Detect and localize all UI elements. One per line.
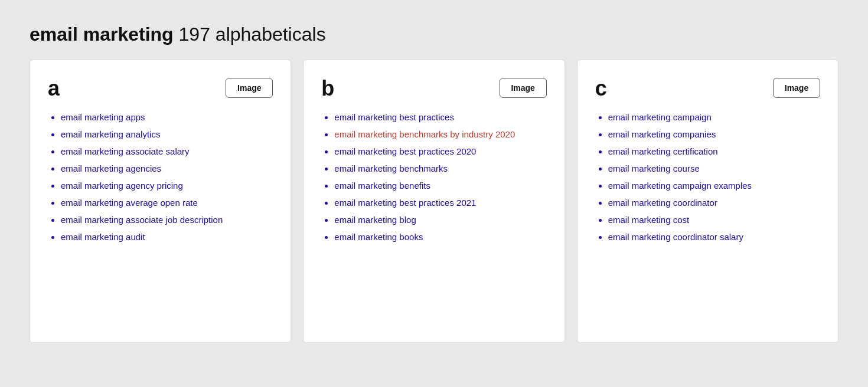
list-item-link[interactable]: email marketing cost: [608, 215, 690, 225]
card-a-header: a Image: [48, 78, 273, 99]
card-a-list: email marketing apps email marketing ana…: [48, 111, 273, 243]
list-item-link[interactable]: email marketing coordinator: [608, 198, 717, 208]
card-b-image-button[interactable]: Image: [500, 78, 547, 98]
list-item: email marketing blog: [334, 214, 546, 226]
page-title: email marketing 197 alphabeticals: [30, 24, 838, 45]
list-item-link[interactable]: email marketing audit: [61, 232, 145, 242]
list-item: email marketing campaign: [608, 111, 820, 123]
list-item-link[interactable]: email marketing associate job descriptio…: [61, 215, 223, 225]
list-item-link[interactable]: email marketing coordinator salary: [608, 232, 743, 242]
list-item: email marketing best practices 2021: [334, 196, 546, 209]
list-item: email marketing books: [334, 231, 546, 243]
card-b-list: email marketing best practices email mar…: [321, 111, 546, 243]
card-c-list: email marketing campaign email marketing…: [595, 111, 820, 243]
list-item: email marketing apps: [61, 111, 273, 123]
card-b-header: b Image: [321, 78, 546, 99]
cards-container: a Image email marketing apps email marke…: [30, 60, 838, 343]
list-item: email marketing certification: [608, 145, 820, 158]
list-item: email marketing course: [608, 162, 820, 175]
card-c-image-button[interactable]: Image: [773, 78, 820, 98]
list-item-link[interactable]: email marketing associate salary: [61, 146, 190, 156]
list-item-link[interactable]: email marketing benchmarks: [334, 163, 448, 173]
card-a: a Image email marketing apps email marke…: [30, 60, 291, 343]
list-item-link[interactable]: email marketing agency pricing: [61, 181, 183, 191]
card-c: c Image email marketing campaign email m…: [577, 60, 838, 343]
list-item: email marketing cost: [608, 214, 820, 226]
list-item: email marketing benchmarks: [334, 162, 546, 175]
list-item-link[interactable]: email marketing books: [334, 232, 423, 242]
list-item: email marketing associate salary: [61, 145, 273, 158]
list-item: email marketing average open rate: [61, 196, 273, 209]
list-item: email marketing companies: [608, 128, 820, 140]
list-item-link[interactable]: email marketing best practices: [334, 112, 454, 122]
card-c-header: c Image: [595, 78, 820, 99]
list-item-link[interactable]: email marketing best practices 2021: [334, 198, 476, 208]
list-item: email marketing audit: [61, 231, 273, 243]
list-item: email marketing coordinator: [608, 196, 820, 209]
list-item: email marketing campaign examples: [608, 179, 820, 192]
list-item: email marketing associate job descriptio…: [61, 214, 273, 226]
list-item: email marketing best practices: [334, 111, 546, 123]
list-item-link[interactable]: email marketing agencies: [61, 163, 161, 173]
card-c-letter: c: [595, 78, 607, 99]
list-item-link[interactable]: email marketing best practices 2020: [334, 146, 476, 156]
list-item: email marketing agencies: [61, 162, 273, 175]
page-title-rest: 197 alphabeticals: [174, 24, 326, 45]
list-item: email marketing coordinator salary: [608, 231, 820, 243]
card-a-letter: a: [48, 78, 60, 99]
list-item-link[interactable]: email marketing average open rate: [61, 198, 198, 208]
list-item: email marketing benefits: [334, 179, 546, 192]
list-item: email marketing agency pricing: [61, 179, 273, 192]
list-item-link[interactable]: email marketing benchmarks by industry 2…: [334, 129, 515, 139]
list-item-link[interactable]: email marketing companies: [608, 129, 716, 139]
list-item: email marketing analytics: [61, 128, 273, 140]
list-item-link[interactable]: email marketing campaign: [608, 112, 712, 122]
list-item: email marketing best practices 2020: [334, 145, 546, 158]
card-a-image-button[interactable]: Image: [226, 78, 273, 98]
list-item-link[interactable]: email marketing apps: [61, 112, 145, 122]
page-title-bold: email marketing: [30, 24, 174, 45]
card-b: b Image email marketing best practices e…: [303, 60, 564, 343]
page-wrapper: email marketing 197 alphabeticals a Imag…: [12, 12, 856, 360]
list-item-link[interactable]: email marketing certification: [608, 146, 718, 156]
card-b-letter: b: [321, 78, 334, 99]
list-item: email marketing benchmarks by industry 2…: [334, 128, 546, 140]
list-item-link[interactable]: email marketing course: [608, 163, 700, 173]
list-item-link[interactable]: email marketing blog: [334, 215, 416, 225]
list-item-link[interactable]: email marketing benefits: [334, 181, 430, 191]
list-item-link[interactable]: email marketing analytics: [61, 129, 160, 139]
list-item-link[interactable]: email marketing campaign examples: [608, 181, 752, 191]
